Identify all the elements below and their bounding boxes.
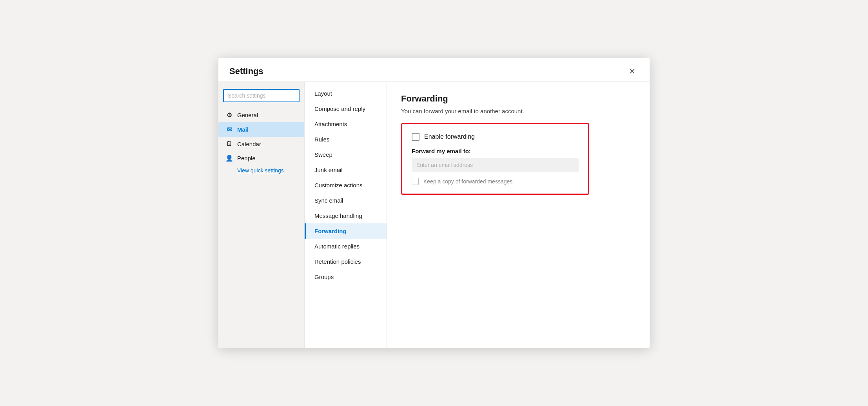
page-subtitle: You can forward your email to another ac…: [401, 108, 636, 114]
forward-to-label: Forward my email to:: [412, 148, 579, 154]
sidebar-item-mail[interactable]: ✉ Mail: [218, 122, 304, 137]
page-title: Forwarding: [401, 94, 636, 104]
calendar-icon: 🗓: [225, 140, 233, 147]
email-address-input[interactable]: [412, 158, 579, 172]
nav-rules[interactable]: Rules: [305, 132, 387, 147]
enable-forwarding-checkbox[interactable]: [412, 133, 419, 141]
middle-column: Layout Compose and reply Attachments Rul…: [305, 82, 387, 348]
nav-retention-policies[interactable]: Retention policies: [305, 254, 387, 269]
nav-sweep[interactable]: Sweep: [305, 147, 387, 162]
nav-customize-actions[interactable]: Customize actions: [305, 178, 387, 193]
view-quick-settings-link[interactable]: View quick settings: [218, 165, 304, 176]
close-button[interactable]: ✕: [626, 65, 639, 78]
search-input[interactable]: [223, 89, 300, 102]
sidebar-item-people[interactable]: 👤 People: [218, 151, 304, 165]
main-content: Forwarding You can forward your email to…: [387, 82, 650, 348]
enable-forwarding-label: Enable forwarding: [424, 133, 475, 140]
nav-message-handling[interactable]: Message handling: [305, 208, 387, 223]
forwarding-card: Enable forwarding Forward my email to: K…: [401, 123, 589, 195]
nav-sync-email[interactable]: Sync email: [305, 193, 387, 208]
gear-icon: ⚙: [225, 111, 233, 119]
keep-copy-checkbox[interactable]: [412, 178, 419, 185]
keep-copy-row: Keep a copy of forwarded messages: [412, 178, 579, 185]
nav-compose-reply[interactable]: Compose and reply: [305, 101, 387, 116]
nav-groups[interactable]: Groups: [305, 269, 387, 285]
keep-copy-label: Keep a copy of forwarded messages: [423, 178, 512, 185]
nav-forwarding[interactable]: Forwarding: [305, 223, 387, 239]
nav-automatic-replies[interactable]: Automatic replies: [305, 239, 387, 254]
window-body: ⚙ General ✉ Mail 🗓 Calendar 👤 People Vie…: [218, 82, 650, 348]
nav-attachments[interactable]: Attachments: [305, 116, 387, 132]
window-header: Settings ✕: [218, 58, 650, 82]
sidebar-item-calendar[interactable]: 🗓 Calendar: [218, 137, 304, 151]
sidebar: ⚙ General ✉ Mail 🗓 Calendar 👤 People Vie…: [218, 82, 305, 348]
enable-forwarding-row: Enable forwarding: [412, 133, 579, 141]
people-icon: 👤: [225, 154, 233, 162]
sidebar-item-general[interactable]: ⚙ General: [218, 108, 304, 122]
mail-icon: ✉: [225, 126, 233, 133]
window-title: Settings: [229, 66, 263, 76]
nav-junk-email[interactable]: Junk email: [305, 162, 387, 178]
nav-layout[interactable]: Layout: [305, 86, 387, 101]
settings-window: Settings ✕ ⚙ General ✉ Mail 🗓 Calendar 👤…: [218, 58, 650, 348]
